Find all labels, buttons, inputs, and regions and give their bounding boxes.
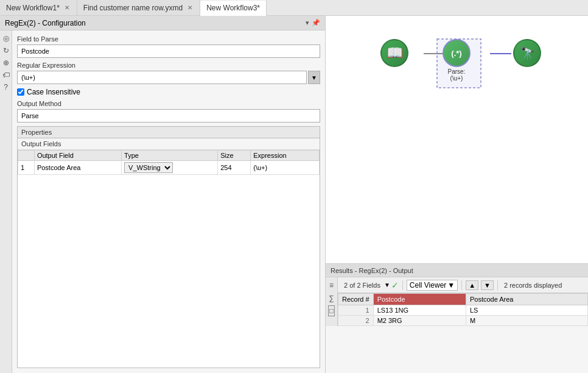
left-panel: RegEx(2) - Configuration ▾ 📌 ◎ ↻ ⊕ 🏷 ? F… <box>0 16 326 373</box>
row-postcode: M2 3RG <box>373 316 466 326</box>
results-side-icons: ≡ ∑ □ <box>326 277 338 326</box>
output-method-wrapper: Parse <box>17 109 320 123</box>
results-icon-3[interactable]: □ <box>328 305 335 316</box>
properties-header: Properties <box>18 127 320 138</box>
checkmark-icon: ✓ <box>391 280 399 290</box>
row-num: 2 <box>338 316 374 326</box>
results-table-wrapper: Record # Postcode Postcode Area 1 LS13 1… <box>338 293 588 326</box>
row-postcode-area: LS <box>466 305 587 316</box>
results-toolbar: 2 of 2 Fields ▼ ✓ Cell Viewer ▼ ▲ ▼ <box>338 277 588 293</box>
tab-find-customer[interactable]: Find customer name row.yxmd ✕ <box>77 0 200 15</box>
records-count: 2 records displayed <box>504 282 562 289</box>
regex-node-circle: (.*) <box>443 39 471 67</box>
output-method-section: Output Method Parse <box>17 100 320 123</box>
tab-label: New Workflow3* <box>206 4 260 12</box>
side-icon-1[interactable]: ◎ <box>2 33 10 44</box>
tab-bar: New Workflow1* ✕ Find customer name row.… <box>0 0 588 16</box>
tab-new-workflow1[interactable]: New Workflow1* ✕ <box>0 0 77 15</box>
output-method-select[interactable]: Parse <box>17 109 320 123</box>
cell-viewer-dropdown[interactable]: Cell Viewer ▼ <box>407 280 458 291</box>
case-insensitive-row: Case Insensitive <box>17 88 320 96</box>
col-type: Type <box>122 151 218 161</box>
fields-group: 2 of 2 Fields ▼ ✓ <box>341 280 399 290</box>
left-panel-content: Field to Parse Postcode Regular Expressi… <box>12 30 325 373</box>
right-panel: 📖 (.*) Parse:(\u+) 🔭 Results - RegEx(2) … <box>326 16 588 373</box>
results-header: Results - RegEx(2) - Output <box>326 264 588 277</box>
results-icon-2[interactable]: ∑ <box>327 293 335 304</box>
side-icon-3[interactable]: ⊕ <box>2 57 10 68</box>
cell-viewer-arrow: ▼ <box>447 281 455 290</box>
case-insensitive-checkbox[interactable] <box>17 88 24 96</box>
left-side-icons: ◎ ↻ ⊕ 🏷 ? <box>0 30 12 373</box>
side-icon-4[interactable]: 🏷 <box>1 69 11 80</box>
input-node-circle: 📖 <box>380 39 408 67</box>
tab-label: New Workflow1* <box>6 4 60 12</box>
left-panel-inner: ◎ ↻ ⊕ 🏷 ? Field to Parse Postcode <box>0 30 325 373</box>
results-panel: Results - RegEx(2) - Output ≡ ∑ □ 2 of 2… <box>326 263 588 373</box>
panel-header-icons: ▾ 📌 <box>306 19 320 27</box>
col-postcode-area: Postcode Area <box>466 294 587 305</box>
fields-dropdown-arrow[interactable]: ▼ <box>384 282 390 288</box>
row-postcode-area: M <box>466 316 587 326</box>
side-icon-2[interactable]: ↻ <box>2 45 10 56</box>
field-to-parse-section: Field to Parse Postcode <box>17 35 320 58</box>
tab-new-workflow3[interactable]: New Workflow3* <box>200 1 267 16</box>
row-expression: (\u+) <box>251 161 320 175</box>
regex-input[interactable] <box>17 71 307 84</box>
table-row: 1 Postcode Area V_WString 254 (\u+) <box>18 161 320 175</box>
field-to-parse-select[interactable]: Postcode <box>17 44 320 58</box>
type-select[interactable]: V_WString <box>124 162 173 173</box>
row-output-field: Postcode Area <box>34 161 121 175</box>
separator-3 <box>497 280 498 290</box>
minimize-icon[interactable]: ▾ <box>306 19 309 27</box>
cell-viewer-label: Cell Viewer <box>410 281 446 290</box>
regex-dropdown-btn[interactable]: ▼ <box>308 71 320 84</box>
pin-icon[interactable]: 📌 <box>312 19 320 27</box>
canvas-area[interactable]: 📖 (.*) Parse:(\u+) 🔭 <box>326 16 588 263</box>
output-fields-header: Output Fields <box>18 138 320 150</box>
side-icon-5[interactable]: ? <box>2 82 9 93</box>
regex-section: Regular Expression ▼ <box>17 62 320 84</box>
separator-1 <box>402 280 403 290</box>
regex-row: ▼ <box>17 71 320 84</box>
field-to-parse-wrapper: Postcode <box>17 44 320 58</box>
case-insensitive-label: Case Insensitive <box>27 88 80 96</box>
properties-box: Properties Output Fields Output Field Ty… <box>17 126 320 368</box>
col-record: Record # <box>338 294 374 305</box>
table-row: 2 M2 3RG M <box>338 316 588 326</box>
output-method-label: Output Method <box>17 100 320 107</box>
row-num: 1 <box>18 161 35 175</box>
scroll-down-btn[interactable]: ▼ <box>481 280 494 290</box>
scroll-up-btn[interactable]: ▲ <box>466 280 478 290</box>
tab-close-icon[interactable]: ✕ <box>63 4 71 12</box>
col-expression: Expression <box>251 151 320 161</box>
field-to-parse-label: Field to Parse <box>17 35 320 43</box>
regex-node[interactable]: (.*) Parse:(\u+) <box>443 39 471 82</box>
browse-node[interactable]: 🔭 <box>513 39 541 67</box>
main-content: RegEx(2) - Configuration ▾ 📌 ◎ ↻ ⊕ 🏷 ? F… <box>0 16 588 373</box>
col-postcode: Postcode <box>373 294 466 305</box>
tab-label: Find customer name row.yxmd <box>83 4 183 12</box>
results-content: 2 of 2 Fields ▼ ✓ Cell Viewer ▼ ▲ ▼ <box>338 277 588 326</box>
col-num <box>18 151 35 161</box>
col-output-field: Output Field <box>34 151 121 161</box>
output-fields-table: Output Field Type Size Expression 1 Post… <box>18 150 320 175</box>
row-postcode: LS13 1NG <box>373 305 466 316</box>
results-icon-1[interactable]: ≡ <box>328 280 335 291</box>
col-size: Size <box>218 151 251 161</box>
results-side: ≡ ∑ □ 2 of 2 Fields ▼ ✓ Cell Vi <box>326 277 588 326</box>
regex-label: Regular Expression <box>17 62 320 69</box>
fields-count[interactable]: 2 of 2 Fields <box>341 281 383 290</box>
row-size: 254 <box>218 161 251 175</box>
panel-title: RegEx(2) - Configuration <box>5 19 86 27</box>
tab-close-icon[interactable]: ✕ <box>186 4 194 12</box>
results-table: Record # Postcode Postcode Area 1 LS13 1… <box>338 293 588 326</box>
input-node[interactable]: 📖 <box>380 39 408 67</box>
row-num: 1 <box>338 305 374 316</box>
regex-node-label: Parse:(\u+) <box>448 68 466 82</box>
panel-header: RegEx(2) - Configuration ▾ 📌 <box>0 16 325 30</box>
table-row: 1 LS13 1NG LS <box>338 305 588 316</box>
row-type: V_WString <box>122 161 218 175</box>
browse-node-circle: 🔭 <box>513 39 541 67</box>
separator-2 <box>461 280 462 290</box>
